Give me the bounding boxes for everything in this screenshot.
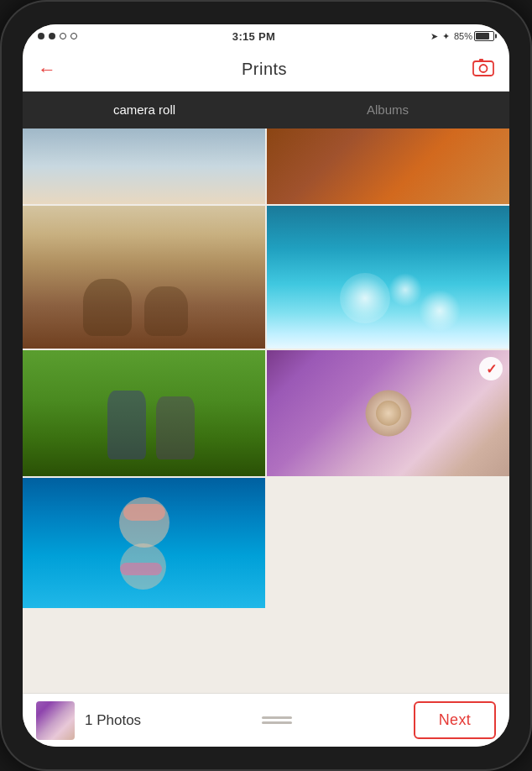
camera-button[interactable] xyxy=(472,58,494,81)
photo-flipflops xyxy=(267,128,509,204)
photo-row-1 xyxy=(23,128,509,204)
photo-cell-3[interactable] xyxy=(23,206,265,349)
nav-bar: ← Prints xyxy=(23,48,509,92)
battery-percent: 85% xyxy=(454,31,472,41)
photo-cycling xyxy=(23,350,265,476)
photo-row-2 xyxy=(23,206,509,349)
photo-grid: ✓ xyxy=(23,128,509,693)
tab-camera-roll-label: camera roll xyxy=(113,102,175,117)
photo-cell-7[interactable] xyxy=(23,478,265,608)
battery-container: 85% xyxy=(454,31,494,41)
dot-1 xyxy=(38,33,44,39)
checkmark-icon: ✓ xyxy=(486,361,497,377)
status-time: 3:15 PM xyxy=(232,30,275,43)
bottom-toolbar: 1 Photos Next xyxy=(23,693,509,747)
dot-3 xyxy=(60,33,66,39)
back-button[interactable]: ← xyxy=(38,59,56,81)
photo-cell-8-empty xyxy=(267,478,509,608)
signal-dots xyxy=(38,33,77,39)
selected-checkmark: ✓ xyxy=(479,357,503,380)
drag-handle[interactable] xyxy=(262,716,292,724)
photo-pool xyxy=(267,206,509,349)
thumbnail-image xyxy=(36,701,75,740)
battery-icon xyxy=(474,31,494,41)
dot-4 xyxy=(70,33,77,39)
svg-point-1 xyxy=(480,65,488,72)
handle-line-1 xyxy=(262,716,292,719)
tab-camera-roll[interactable]: camera roll xyxy=(23,96,266,124)
toolbar-center xyxy=(141,694,414,747)
svg-rect-2 xyxy=(479,59,483,62)
tab-albums-label: Albums xyxy=(367,102,409,117)
battery-fill xyxy=(476,33,489,39)
status-bar: 3:15 PM ➤ ✦ 85% xyxy=(23,24,509,48)
bluetooth-icon: ✦ xyxy=(442,31,450,42)
selected-thumbnail[interactable] xyxy=(36,701,75,740)
page-title: Prints xyxy=(242,60,287,79)
photo-children-beach xyxy=(23,206,265,349)
status-right-icons: ➤ ✦ 85% xyxy=(430,31,494,42)
tab-albums[interactable]: Albums xyxy=(266,96,509,124)
location-icon: ➤ xyxy=(430,31,438,42)
photo-seashell xyxy=(267,350,509,476)
next-button[interactable]: Next xyxy=(414,701,496,739)
svg-rect-0 xyxy=(473,61,493,76)
phone-frame: 3:15 PM ➤ ✦ 85% ← Prints xyxy=(0,0,532,771)
photo-cell-5[interactable] xyxy=(23,350,265,476)
photo-count: 1 Photos xyxy=(85,712,141,729)
dot-2 xyxy=(49,33,55,39)
photo-row-4 xyxy=(23,478,509,608)
photo-cell-1[interactable] xyxy=(23,128,265,204)
photo-underwater xyxy=(23,478,265,608)
photo-cell-4[interactable] xyxy=(267,206,509,349)
photo-cell-2[interactable] xyxy=(267,128,509,204)
handle-line-2 xyxy=(262,721,292,724)
phone-screen: 3:15 PM ➤ ✦ 85% ← Prints xyxy=(23,24,509,747)
photo-cell-6[interactable]: ✓ xyxy=(267,350,509,476)
photo-beach-top xyxy=(23,128,265,204)
photo-row-3: ✓ xyxy=(23,350,509,476)
tab-bar: camera roll Albums xyxy=(23,92,509,128)
